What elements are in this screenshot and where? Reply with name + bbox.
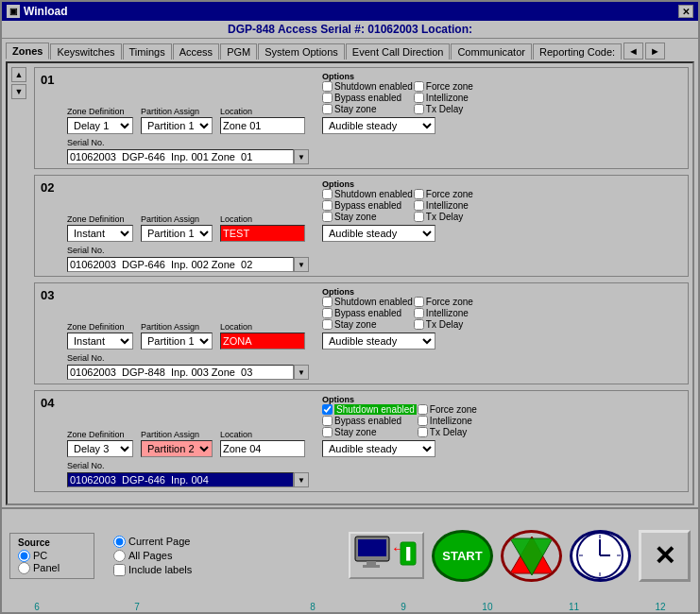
intellizone-checkbox-03[interactable]	[414, 308, 424, 318]
title-bar: ▣ Winload ✕	[2, 2, 698, 21]
sound-select-04[interactable]: Audible steady	[322, 440, 435, 457]
source-panel-radio[interactable]	[18, 562, 30, 574]
partition-select-01[interactable]: Partition 1	[141, 117, 213, 134]
force-zone-checkbox-01[interactable]	[414, 81, 424, 92]
stay-zone-checkbox-03[interactable]	[322, 319, 333, 330]
serial-dropdown-03[interactable]: ▼	[294, 365, 309, 380]
num-9: 9	[401, 602, 406, 612]
tab-event-call-direction[interactable]: Event Call Direction	[346, 43, 451, 60]
bottom-buttons: ← ▐ START	[349, 530, 691, 582]
shutdown-checkbox-03[interactable]	[322, 297, 333, 307]
subtitle-text: DGP-848 Access Serial #: 01062003 Locati…	[228, 23, 472, 36]
close-x-button[interactable]: ✕	[639, 530, 691, 582]
sound-select-03[interactable]: Audible steady	[322, 333, 435, 350]
num-7: 7	[134, 602, 140, 612]
force-zone-checkbox-02[interactable]	[414, 189, 424, 199]
shutdown-checkbox-04[interactable]	[322, 404, 333, 415]
window-close-button[interactable]: ✕	[678, 5, 693, 18]
all-pages-radio[interactable]	[113, 550, 126, 562]
force-zone-checkbox-03[interactable]	[414, 297, 424, 307]
location-label-04: Location	[220, 430, 305, 439]
transfer-button[interactable]: ← ▐	[349, 532, 424, 579]
tab-pgm[interactable]: PGM	[220, 43, 257, 60]
tab-keyswitches[interactable]: Keyswitches	[50, 43, 121, 60]
serial-input-01[interactable]	[67, 149, 294, 164]
partition-select-04[interactable]: Partition 2	[141, 440, 213, 457]
source-pc-radio[interactable]	[18, 550, 30, 562]
source-pc-label: PC	[33, 550, 47, 561]
tab-communicator[interactable]: Communicator	[451, 43, 532, 60]
num-10: 10	[482, 602, 492, 612]
tab-access[interactable]: Access	[173, 43, 219, 60]
options-label-04: Options	[322, 395, 512, 404]
zone-def-select-01[interactable]: Delay 1	[67, 117, 133, 134]
tab-zones[interactable]: Zones	[6, 43, 49, 60]
serial-input-03[interactable]	[67, 365, 294, 380]
scroll-down-button[interactable]: ▼	[11, 84, 26, 99]
all-pages-label: All Pages	[128, 550, 172, 561]
serial-input-04[interactable]	[67, 472, 294, 487]
tab-timings[interactable]: Timings	[123, 43, 172, 60]
bypass-checkbox-01[interactable]	[322, 93, 333, 103]
include-labels-label: Include labels	[128, 564, 192, 575]
stay-zone-checkbox-02[interactable]	[322, 212, 333, 222]
tx-delay-checkbox-02[interactable]	[414, 212, 424, 222]
force-zone-checkbox-04[interactable]	[418, 404, 428, 415]
options-label-03: Options	[322, 287, 504, 297]
partition-select-02[interactable]: Partition 1	[141, 225, 213, 242]
intellizone-checkbox-01[interactable]	[414, 93, 424, 103]
tab-arrow-right[interactable]: ►	[645, 43, 665, 60]
stop-button[interactable]	[501, 530, 562, 582]
location-label-02: Location	[220, 214, 305, 224]
tx-delay-checkbox-03[interactable]	[414, 319, 424, 330]
zone-def-select-02[interactable]: Instant	[67, 225, 133, 242]
partition-label-04: Partition Assign	[141, 430, 213, 439]
zone-def-select-04[interactable]: Delay 3	[67, 440, 133, 457]
stay-zone-checkbox-01[interactable]	[322, 104, 333, 114]
sound-select-01[interactable]: Audible steady Silent Pulsed	[322, 117, 435, 134]
current-page-radio[interactable]	[113, 536, 126, 548]
location-input-03[interactable]	[220, 333, 305, 350]
location-input-02[interactable]	[220, 225, 305, 242]
shutdown-checkbox-01[interactable]	[322, 81, 333, 92]
main-content: ▲ ▼ 01 Zone Definition Delay 1	[6, 61, 694, 505]
options-label-02: Options	[322, 179, 504, 189]
bypass-checkbox-03[interactable]	[322, 308, 333, 318]
bypass-checkbox-02[interactable]	[322, 200, 333, 211]
zone-row-03: 03 Zone Definition Instant Partition Ass…	[34, 282, 689, 384]
intellizone-checkbox-04[interactable]	[418, 416, 428, 426]
include-labels-checkbox[interactable]	[113, 564, 126, 576]
start-label: START	[442, 549, 482, 563]
clock-button[interactable]	[570, 530, 631, 582]
zone-def-select-03[interactable]: Instant	[67, 333, 133, 350]
location-input-04[interactable]	[220, 440, 305, 457]
tab-system-options[interactable]: System Options	[258, 43, 345, 60]
intellizone-checkbox-02[interactable]	[414, 200, 424, 211]
shutdown-checkbox-02[interactable]	[322, 189, 333, 199]
tab-arrow-left[interactable]: ◄	[623, 43, 643, 60]
location-input-01[interactable]	[220, 117, 305, 134]
serial-label-04: Serial No.	[67, 461, 105, 470]
zone-def-label-01: Zone Definition	[67, 107, 133, 116]
bypass-checkbox-04[interactable]	[322, 416, 333, 426]
serial-label-01: Serial No.	[67, 138, 105, 147]
serial-input-02[interactable]	[67, 257, 294, 272]
svg-rect-2	[367, 561, 376, 565]
start-button[interactable]: START	[432, 530, 493, 582]
bottom-panel: Source PC Panel Current Page All Pages	[2, 507, 698, 602]
serial-dropdown-01[interactable]: ▼	[294, 149, 309, 164]
tx-delay-checkbox-01[interactable]	[414, 104, 424, 114]
serial-dropdown-04[interactable]: ▼	[294, 472, 309, 487]
tx-delay-checkbox-04[interactable]	[418, 427, 428, 437]
zones-container: 01 Zone Definition Delay 1 Partition Ass…	[34, 67, 689, 492]
stay-zone-checkbox-04[interactable]	[322, 427, 333, 437]
serial-dropdown-02[interactable]: ▼	[294, 257, 309, 272]
sound-select-02[interactable]: Audible steady	[322, 225, 435, 242]
transfer-icon: ← ▐	[353, 535, 419, 576]
clock-icon	[574, 530, 626, 582]
scroll-up-button[interactable]: ▲	[11, 67, 26, 82]
source-panel-label: Panel	[33, 562, 60, 573]
zone-row-02: 02 Zone Definition Instant Partition Ass…	[34, 175, 689, 277]
tab-reporting-code[interactable]: Reporting Code:	[533, 43, 622, 60]
partition-select-03[interactable]: Partition 1	[141, 333, 213, 350]
